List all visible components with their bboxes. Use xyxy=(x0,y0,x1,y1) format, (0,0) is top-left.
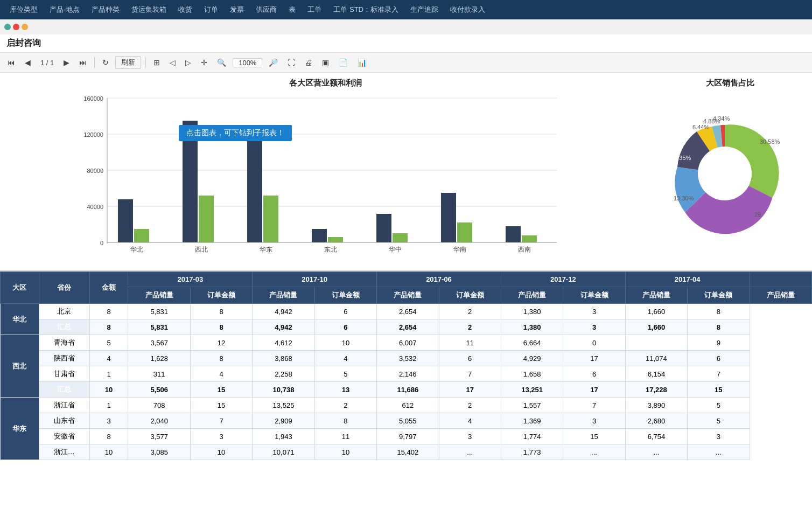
svg-text:西北: 西北 xyxy=(195,246,208,253)
td-value: ... xyxy=(688,444,750,460)
table-row: 汇总85,83184,94262,65421,38031,6608 xyxy=(1,319,812,335)
td-value: ... xyxy=(439,444,501,460)
zoom-out-button[interactable]: 🔎 xyxy=(265,57,281,68)
refresh-icon-button[interactable]: ↻ xyxy=(99,57,112,68)
td-value: 3,577 xyxy=(128,429,190,444)
top-navigation: 库位类型 产品-地点 产品种类 货运集装箱 收货 订单 发票 供应商 表 工单 … xyxy=(0,0,812,19)
breadcrumb-bar xyxy=(0,19,812,34)
th-prod-sales-3: 产品销量 xyxy=(377,287,439,304)
td-value: ... xyxy=(563,444,625,460)
breadcrumb-dot-green xyxy=(4,24,11,30)
td-value: 6,154 xyxy=(625,366,687,382)
nav-item-表[interactable]: 表 xyxy=(283,3,301,17)
th-order-amt-4: 订单金额 xyxy=(563,287,625,304)
nav-item-收付款录入[interactable]: 收付款录入 xyxy=(445,3,491,17)
bar-西北-green[interactable] xyxy=(199,196,214,242)
td-value: ... xyxy=(625,444,687,460)
nav-item-订单[interactable]: 订单 xyxy=(199,3,223,17)
td-value: 17 xyxy=(563,382,625,398)
prev-section-button[interactable]: ◁ xyxy=(166,57,179,68)
copy-button[interactable]: ⊞ xyxy=(150,57,163,68)
th-province: 省份 xyxy=(39,272,89,304)
bar-chart-svg[interactable]: 160000 120000 80000 40000 0 华北 xyxy=(6,93,644,265)
refresh-button[interactable]: 刷新 xyxy=(115,56,141,69)
print-button[interactable]: 🖨 xyxy=(302,57,316,68)
td-value: 4,942 xyxy=(253,304,314,319)
move-button[interactable]: ✛ xyxy=(198,57,211,68)
td-value: 2 xyxy=(439,398,501,413)
td-value: 708 xyxy=(128,398,190,413)
td-value: 7 xyxy=(563,398,625,413)
td-value: 2,909 xyxy=(253,413,314,429)
prev-page-button[interactable]: ◀ xyxy=(22,57,34,68)
donut-label-7: 4.34% xyxy=(713,115,730,122)
th-extra xyxy=(750,272,811,287)
bar-华北-green[interactable] xyxy=(134,229,149,242)
td-value: 5,831 xyxy=(128,304,190,319)
td-value: 11 xyxy=(314,429,376,444)
nav-item-库位类型[interactable]: 库位类型 xyxy=(4,3,43,17)
nav-item-产品种类[interactable]: 产品种类 xyxy=(86,3,125,17)
td-value: 10 xyxy=(190,444,252,460)
nav-item-货运集装箱[interactable]: 货运集装箱 xyxy=(126,3,172,17)
th-2017-04: 2017-04 xyxy=(625,272,750,287)
breadcrumb-dot-red xyxy=(13,24,19,30)
td-value: 4 xyxy=(89,351,128,366)
td-region: 华东 xyxy=(1,398,39,460)
nav-item-发票[interactable]: 发票 xyxy=(225,3,249,17)
bar-华东-dark[interactable] xyxy=(247,125,262,242)
th-prod-sales-5: 产品销量 xyxy=(625,287,687,304)
td-value: 8 xyxy=(688,319,750,335)
first-page-button[interactable]: ⏮ xyxy=(4,57,18,68)
last-page-button[interactable]: ⏭ xyxy=(76,57,90,68)
nav-item-产品地点[interactable]: 产品-地点 xyxy=(44,3,85,17)
bar-华中-green[interactable] xyxy=(393,233,408,242)
td-province: 陕西省 xyxy=(39,351,89,366)
th-2017-10: 2017-10 xyxy=(253,272,377,287)
next-section-button[interactable]: ▷ xyxy=(182,57,194,68)
table-row: 山东省32,04072,90985,05541,36932,6805 xyxy=(1,413,812,429)
svg-text:160000: 160000 xyxy=(83,95,103,102)
data-table: 大区 省份 金额 2017-03 2017-10 2017-06 2017-12… xyxy=(0,272,812,460)
td-region: 华北 xyxy=(1,304,39,335)
bar-西南-green[interactable] xyxy=(522,235,537,242)
bar-华南-dark[interactable] xyxy=(441,193,456,242)
table-view-button[interactable]: 📊 xyxy=(354,57,370,68)
td-value: 3 xyxy=(563,319,625,335)
td-value: 6 xyxy=(314,304,376,319)
td-value: 10 xyxy=(89,382,128,398)
fit-page-button[interactable]: ⛶ xyxy=(284,57,298,68)
next-page-button[interactable]: ▶ xyxy=(60,57,73,68)
nav-item-供应商[interactable]: 供应商 xyxy=(250,3,282,17)
bar-华南-green[interactable] xyxy=(457,222,472,242)
nav-item-生产追踪[interactable]: 生产追踪 xyxy=(405,3,444,17)
view-button[interactable]: ▣ xyxy=(319,57,332,68)
bar-东北-green[interactable] xyxy=(328,237,343,242)
separator-1 xyxy=(94,57,95,68)
nav-item-工单[interactable]: 工单 xyxy=(302,3,327,17)
bar-西南-dark[interactable] xyxy=(506,226,521,242)
bar-华北-dark[interactable] xyxy=(118,199,133,242)
chart-tooltip: 点击图表，可下钻到子报表！ xyxy=(179,125,292,141)
table-row: 华北北京85,83184,94262,65421,38031,6608 xyxy=(1,304,812,319)
donut-label-2: 29. xyxy=(754,211,762,218)
td-value: 1 xyxy=(89,398,128,413)
svg-text:东北: 东北 xyxy=(324,246,337,253)
td-value: 10 xyxy=(89,444,128,460)
bar-华东-green[interactable] xyxy=(263,196,278,242)
td-value: 4 xyxy=(439,413,501,429)
zoom-in-icon[interactable]: 🔍 xyxy=(214,57,229,68)
td-value: 13,251 xyxy=(501,382,563,398)
bar-华中-dark[interactable] xyxy=(376,214,391,242)
td-value: 6,664 xyxy=(501,335,563,351)
export-button[interactable]: 📄 xyxy=(335,57,351,68)
table-row: 陕西省41,62883,86843,53264,9291711,0746 xyxy=(1,351,812,366)
bar-chart-wrapper[interactable]: 点击图表，可下钻到子报表！ 160000 120000 80000 40000 … xyxy=(6,93,644,265)
donut-chart-svg[interactable]: 30.58% 29. 13.30% 11.35% 6.44% 4.88% 4.3… xyxy=(655,93,795,254)
td-value: 15 xyxy=(688,382,750,398)
bar-东北-dark[interactable] xyxy=(312,229,327,242)
nav-item-工单std[interactable]: 工单 STD：标准录入 xyxy=(328,3,404,17)
bar-chart-title: 各大区营业额和利润 xyxy=(6,78,644,88)
svg-text:40000: 40000 xyxy=(87,204,103,210)
nav-item-收货[interactable]: 收货 xyxy=(173,3,198,17)
